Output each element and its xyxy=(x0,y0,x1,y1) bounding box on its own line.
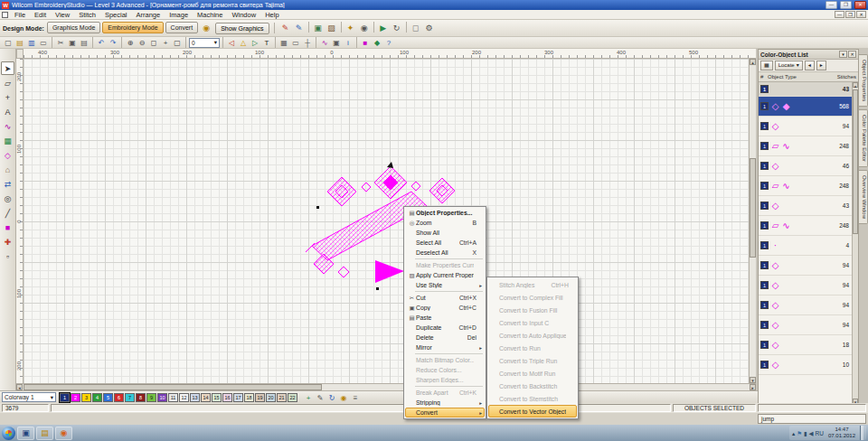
redo-icon[interactable]: ↷ xyxy=(108,37,118,48)
mirror-tool-icon[interactable]: ⇄ xyxy=(1,177,14,191)
palette-color-22[interactable]: 22 xyxy=(288,393,297,402)
palette-color-19[interactable]: 19 xyxy=(255,393,265,402)
pan-icon[interactable]: + xyxy=(160,37,171,48)
vertical-scrollbar[interactable]: ▴ ▾ xyxy=(749,59,756,383)
stitch-player-icon[interactable]: ▶ xyxy=(377,22,390,34)
panel-header[interactable]: Color-Object List ▾ ✕ xyxy=(759,50,858,60)
palette-color-21[interactable]: 21 xyxy=(277,393,287,402)
object-list-row[interactable]: 1◇94 xyxy=(759,117,852,136)
menubar-item-file[interactable]: File xyxy=(10,11,30,19)
machine-view-icon[interactable]: ▣ xyxy=(331,37,342,48)
palette-color-13[interactable]: 13 xyxy=(190,393,200,402)
lettering-tool-icon[interactable]: A xyxy=(1,105,14,118)
panel-scrollbar[interactable]: ▴ ▾ xyxy=(852,82,858,404)
hoop-icon[interactable]: ◻ xyxy=(410,22,422,34)
context-menu-item[interactable]: ▤Paste xyxy=(405,313,485,323)
context-menu-item[interactable]: Reduce Colors... xyxy=(405,365,485,375)
palette-color-15[interactable]: 15 xyxy=(212,393,222,402)
object-list-row[interactable]: 1▱∿248 xyxy=(759,176,852,196)
object-list-row[interactable]: 1▱∿248 xyxy=(759,216,852,236)
color-wheel-icon[interactable]: ◉ xyxy=(200,22,212,34)
color-wheel-icon[interactable]: ◉ xyxy=(338,392,349,403)
action-center-icon[interactable]: ⚑ xyxy=(797,427,802,440)
show-desktop-button[interactable] xyxy=(860,426,863,440)
cut-icon[interactable]: ✂ xyxy=(55,37,66,48)
lettering-icon[interactable]: T xyxy=(261,37,272,48)
panel-menu-button[interactable]: ▾ xyxy=(839,51,847,58)
polygon-select-tool-icon[interactable]: ▱ xyxy=(1,76,14,89)
palette-color-6[interactable]: 6 xyxy=(114,393,124,402)
panel-close-button[interactable]: ✕ xyxy=(848,51,856,58)
vertical-scroll-thumb[interactable] xyxy=(750,158,756,258)
object-list-row[interactable]: 1◇◆568 xyxy=(759,97,852,117)
next-object-button[interactable]: ▸ xyxy=(816,61,826,70)
grid-toggle-icon[interactable]: ▦ xyxy=(278,37,289,48)
palette-color-1[interactable]: 1 xyxy=(60,393,70,402)
options-gear-icon[interactable]: ⚙ xyxy=(423,22,436,34)
triangle-up-icon[interactable]: △ xyxy=(238,37,249,48)
object-list-row[interactable]: 1◇94 xyxy=(759,315,852,335)
stitch-edit-tool-icon[interactable]: ✚ xyxy=(1,235,14,249)
context-menu-item[interactable]: Convert▸ xyxy=(405,408,485,418)
object-list-row[interactable]: 1◇46 xyxy=(759,156,852,176)
select-tool-icon[interactable]: ➤ xyxy=(1,61,14,75)
object-list-row[interactable]: 1◇94 xyxy=(759,256,852,276)
thread-chart-icon[interactable]: ≡ xyxy=(350,392,361,403)
context-menu-item[interactable]: Convert to Fusion Fill xyxy=(488,304,577,316)
design-info-icon[interactable]: i xyxy=(343,37,354,48)
mdi-restore-button[interactable]: ❐ xyxy=(845,11,855,18)
context-menu-item[interactable]: Deselect AllX xyxy=(405,248,485,258)
palette-color-5[interactable]: 5 xyxy=(103,393,113,402)
palette-color-17[interactable]: 17 xyxy=(233,393,243,402)
list-view-button[interactable]: ▦ xyxy=(760,61,773,70)
design-canvas[interactable] xyxy=(24,59,749,383)
zoom-out-icon[interactable]: ⊖ xyxy=(137,37,147,48)
volume-icon[interactable]: ◀ xyxy=(809,427,814,440)
context-menu-item[interactable]: Convert to Backstitch xyxy=(488,380,577,392)
taskbar-firefox-icon[interactable]: ◉ xyxy=(55,427,72,440)
context-menu-item[interactable]: Use Style▸ xyxy=(405,280,485,290)
taskbar-explorer-icon[interactable]: ▤ xyxy=(36,427,53,440)
help-icon[interactable]: ? xyxy=(383,37,394,48)
show-graphics-button[interactable]: Show Graphics xyxy=(215,23,269,34)
print-icon[interactable]: ▭ xyxy=(38,37,49,48)
language-indicator[interactable]: RU xyxy=(816,427,824,440)
menubar-item-machine[interactable]: Machine xyxy=(193,11,227,19)
context-menu-item[interactable]: DeleteDel xyxy=(405,333,485,342)
scroll-right-button[interactable]: ▸ xyxy=(750,384,756,390)
close-button[interactable]: ✕ xyxy=(854,1,866,9)
context-menu-item[interactable]: ◎ZoomB xyxy=(405,218,485,228)
palette-color-2[interactable]: 2 xyxy=(71,393,80,402)
taskbar-wilcom-icon[interactable]: ▣ xyxy=(17,427,34,440)
paste-icon[interactable]: ▤ xyxy=(79,37,90,48)
open-design-icon[interactable]: ▤ xyxy=(14,37,25,48)
context-menu-item[interactable]: Convert to Auto Applique xyxy=(488,329,577,342)
menubar-item-view[interactable]: View xyxy=(51,11,74,19)
context-menu-item[interactable]: ▣CopyCtrl+C xyxy=(405,303,485,313)
outline-tool-icon[interactable]: ◇ xyxy=(1,148,14,162)
context-menu-item[interactable]: Make Properties Current xyxy=(405,260,485,270)
menubar-item-arrange[interactable]: Arrange xyxy=(132,11,165,19)
camera-icon[interactable]: ◉ xyxy=(358,22,371,34)
context-menu-item[interactable]: Break ApartCtrl+K xyxy=(405,388,485,398)
reshape-tool-icon[interactable]: + xyxy=(1,90,14,104)
pencil-red-icon[interactable]: ✎ xyxy=(279,22,292,34)
palette-color-10[interactable]: 10 xyxy=(157,393,167,402)
context-menu-item[interactable]: Convert to Motif Run xyxy=(488,367,577,380)
ruler-toggle-icon[interactable]: ▭ xyxy=(290,37,301,48)
palette-color-16[interactable]: 16 xyxy=(222,393,232,402)
color-film-icon[interactable]: ■ xyxy=(360,37,371,48)
zoom-box-icon[interactable]: ◻ xyxy=(148,37,159,48)
start-button[interactable] xyxy=(2,427,15,440)
copy-icon[interactable]: ▣ xyxy=(67,37,78,48)
bitmap-icon[interactable]: ▨ xyxy=(326,22,338,34)
stitch-value-combo[interactable]: 0▾ xyxy=(189,38,220,48)
locate-button[interactable]: Locate ▾ xyxy=(775,61,803,70)
convert-button[interactable]: Convert xyxy=(165,22,199,33)
horizontal-scroll-thumb[interactable] xyxy=(24,384,322,390)
palette-color-9[interactable]: 9 xyxy=(146,393,156,402)
context-menu-item[interactable]: ▨Apply Current Properties xyxy=(405,270,485,280)
context-menu-item[interactable]: DuplicateCtrl+D xyxy=(405,323,485,333)
object-list-group-row[interactable]: 143 xyxy=(759,82,852,97)
object-list-row[interactable]: 1◇10 xyxy=(759,355,852,375)
